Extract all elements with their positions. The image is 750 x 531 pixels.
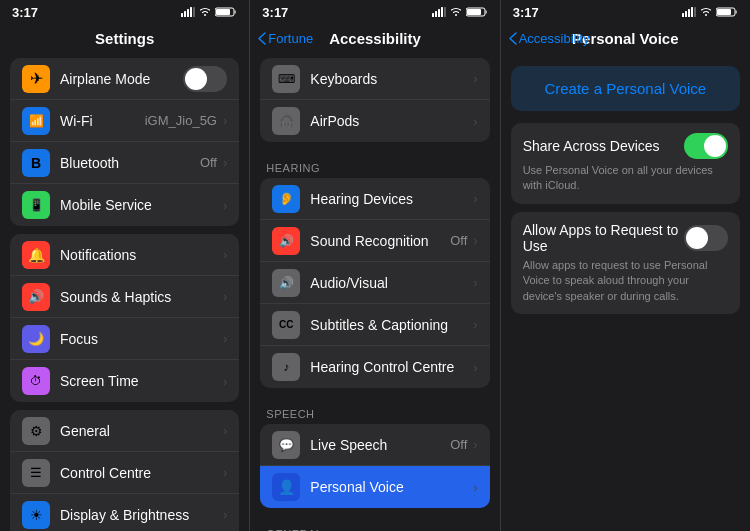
wifi-label: Wi-Fi [60, 113, 145, 129]
sound-recognition-label: Sound Recognition [310, 233, 450, 249]
create-personal-voice-button[interactable]: Create a Personal Voice [511, 66, 740, 111]
create-voice-container: Create a Personal Voice [511, 66, 740, 111]
wifi-icon [199, 7, 211, 17]
keyboards-icon: ⌨ [272, 65, 300, 93]
mobile-label: Mobile Service [60, 197, 221, 213]
share-across-item: Share Across Devices Use Personal Voice … [511, 123, 740, 204]
svg-rect-6 [235, 11, 237, 14]
allow-apps-label: Allow Apps to Request to Use [523, 222, 684, 254]
settings-item-airplane[interactable]: ✈ Airplane Mode [10, 58, 239, 100]
signal-icon-2 [432, 7, 446, 17]
settings-item-control[interactable]: ☰ Control Centre › [10, 452, 239, 494]
svg-rect-23 [717, 9, 731, 15]
a11y-item-personal-voice[interactable]: 👤 Personal Voice › [260, 466, 489, 508]
personal-voice-scroll[interactable]: Create a Personal Voice Share Across Dev… [501, 58, 750, 531]
settings-item-sounds[interactable]: 🔊 Sounds & Haptics › [10, 276, 239, 318]
settings-item-display[interactable]: ☀ Display & Brightness › [10, 494, 239, 531]
svg-rect-3 [190, 7, 192, 17]
settings-item-focus[interactable]: 🌙 Focus › [10, 318, 239, 360]
svg-rect-16 [682, 13, 684, 17]
allow-apps-description: Allow apps to request to use Personal Vo… [523, 258, 728, 304]
airpods-chevron: › [473, 114, 477, 129]
notifications-chevron: › [223, 247, 227, 262]
svg-rect-4 [193, 7, 195, 17]
status-bar-2: 3:17 [250, 0, 499, 22]
settings-item-screentime[interactable]: ⏱ Screen Time › [10, 360, 239, 402]
share-devices-group: Share Across Devices Use Personal Voice … [511, 123, 740, 204]
mobile-chevron: › [223, 198, 227, 213]
sounds-label: Sounds & Haptics [60, 289, 221, 305]
status-icons-1 [181, 7, 237, 17]
accessibility-scroll[interactable]: ⌨ Keyboards › 🎧 AirPods › HEARING 👂 Hear… [250, 58, 499, 531]
control-chevron: › [223, 465, 227, 480]
svg-rect-20 [694, 7, 696, 17]
settings-panel: 3:17 Settings [0, 0, 250, 531]
live-speech-chevron: › [473, 437, 477, 452]
bluetooth-icon: B [22, 149, 50, 177]
personal-voice-nav-header: Accessibility Personal Voice [501, 22, 750, 58]
battery-icon [215, 7, 237, 17]
display-label: Display & Brightness [60, 507, 221, 523]
subtitles-label: Subtitles & Captioning [310, 317, 471, 333]
settings-scroll[interactable]: ✈ Airplane Mode 📶 Wi-Fi iGM_Jio_5G › B B… [0, 58, 249, 531]
wifi-icon: 📶 [22, 107, 50, 135]
accessibility-back-button[interactable]: Fortune [258, 31, 313, 46]
sounds-icon: 🔊 [22, 283, 50, 311]
settings-item-general[interactable]: ⚙ General › [10, 410, 239, 452]
hearing-control-icon: ♪ [272, 353, 300, 381]
wifi-chevron: › [223, 113, 227, 128]
a11y-item-keyboards[interactable]: ⌨ Keyboards › [260, 58, 489, 100]
sounds-chevron: › [223, 289, 227, 304]
status-time-3: 3:17 [513, 5, 539, 20]
screentime-label: Screen Time [60, 373, 221, 389]
audiovisual-chevron: › [473, 275, 477, 290]
speech-section-label: SPEECH [250, 396, 499, 424]
a11y-item-sound-recognition[interactable]: 🔊 Sound Recognition Off › [260, 220, 489, 262]
accessibility-title: Accessibility [329, 30, 421, 47]
control-icon: ☰ [22, 459, 50, 487]
a11y-item-hearing-devices[interactable]: 👂 Hearing Devices › [260, 178, 489, 220]
personal-voice-back-button[interactable]: Accessibility [509, 31, 590, 46]
keyboards-label: Keyboards [310, 71, 471, 87]
a11y-item-airpods[interactable]: 🎧 AirPods › [260, 100, 489, 142]
settings-item-wifi[interactable]: 📶 Wi-Fi iGM_Jio_5G › [10, 100, 239, 142]
focus-label: Focus [60, 331, 221, 347]
settings-title: Settings [95, 30, 154, 47]
settings-item-bluetooth[interactable]: B Bluetooth Off › [10, 142, 239, 184]
svg-rect-17 [685, 11, 687, 17]
live-speech-icon: 💬 [272, 431, 300, 459]
status-time-1: 3:17 [12, 5, 38, 20]
a11y-item-audiovisual[interactable]: 🔊 Audio/Visual › [260, 262, 489, 304]
subtitles-chevron: › [473, 317, 477, 332]
svg-rect-18 [688, 9, 690, 17]
personal-voice-panel: 3:17 Acce [501, 0, 750, 531]
control-label: Control Centre [60, 465, 221, 481]
settings-item-notifications[interactable]: 🔔 Notifications › [10, 234, 239, 276]
a11y-item-subtitles[interactable]: CC Subtitles & Captioning › [260, 304, 489, 346]
personal-voice-label: Personal Voice [310, 479, 471, 495]
airplane-toggle[interactable] [183, 66, 227, 92]
status-icons-2 [432, 7, 488, 17]
general-group: ⚙ General › ☰ Control Centre › ☀ Display… [10, 410, 239, 531]
share-across-label: Share Across Devices [523, 138, 684, 154]
wifi-icon-2 [450, 7, 462, 17]
a11y-item-live-speech[interactable]: 💬 Live Speech Off › [260, 424, 489, 466]
hearing-control-label: Hearing Control Centre [310, 359, 471, 375]
settings-item-mobile[interactable]: 📱 Mobile Service › [10, 184, 239, 226]
svg-rect-11 [441, 7, 443, 17]
status-bar-3: 3:17 [501, 0, 750, 22]
personal-voice-chevron: › [473, 480, 477, 495]
live-speech-label: Live Speech [310, 437, 450, 453]
display-icon: ☀ [22, 501, 50, 529]
share-across-toggle[interactable] [684, 133, 728, 159]
a11y-item-hearing-control[interactable]: ♪ Hearing Control Centre › [260, 346, 489, 388]
status-icons-3 [682, 7, 738, 17]
allow-apps-toggle[interactable] [684, 225, 728, 251]
airpods-icon: 🎧 [272, 107, 300, 135]
general-icon: ⚙ [22, 417, 50, 445]
focus-icon: 🌙 [22, 325, 50, 353]
general-label: General [60, 423, 221, 439]
svg-rect-22 [735, 11, 737, 14]
create-voice-label: Create a Personal Voice [544, 80, 706, 97]
hearing-devices-icon: 👂 [272, 185, 300, 213]
